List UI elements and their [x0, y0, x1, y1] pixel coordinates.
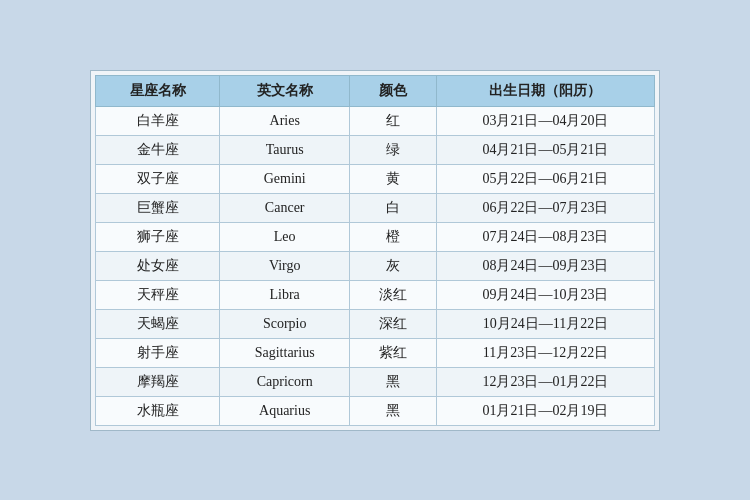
- cell-chinese-name: 摩羯座: [96, 367, 220, 396]
- table-row: 巨蟹座Cancer白06月22日—07月23日: [96, 193, 655, 222]
- cell-date: 08月24日—09月23日: [436, 251, 654, 280]
- zodiac-table: 星座名称 英文名称 颜色 出生日期（阳历） 白羊座Aries红03月21日—04…: [95, 75, 655, 426]
- cell-chinese-name: 水瓶座: [96, 396, 220, 425]
- cell-english-name: Leo: [220, 222, 350, 251]
- cell-english-name: Aquarius: [220, 396, 350, 425]
- cell-english-name: Sagittarius: [220, 338, 350, 367]
- header-color: 颜色: [349, 75, 436, 106]
- cell-chinese-name: 天蝎座: [96, 309, 220, 338]
- cell-color: 红: [349, 106, 436, 135]
- cell-date: 09月24日—10月23日: [436, 280, 654, 309]
- table-body: 白羊座Aries红03月21日—04月20日金牛座Taurus绿04月21日—0…: [96, 106, 655, 425]
- cell-date: 11月23日—12月22日: [436, 338, 654, 367]
- cell-english-name: Cancer: [220, 193, 350, 222]
- table-row: 摩羯座Capricorn黑12月23日—01月22日: [96, 367, 655, 396]
- cell-date: 06月22日—07月23日: [436, 193, 654, 222]
- cell-chinese-name: 双子座: [96, 164, 220, 193]
- cell-english-name: Taurus: [220, 135, 350, 164]
- header-english-name: 英文名称: [220, 75, 350, 106]
- cell-color: 白: [349, 193, 436, 222]
- cell-color: 绿: [349, 135, 436, 164]
- cell-color: 黑: [349, 396, 436, 425]
- cell-color: 黄: [349, 164, 436, 193]
- cell-english-name: Libra: [220, 280, 350, 309]
- cell-chinese-name: 金牛座: [96, 135, 220, 164]
- table-row: 双子座Gemini黄05月22日—06月21日: [96, 164, 655, 193]
- cell-color: 深红: [349, 309, 436, 338]
- cell-english-name: Aries: [220, 106, 350, 135]
- cell-date: 10月24日—11月22日: [436, 309, 654, 338]
- cell-date: 04月21日—05月21日: [436, 135, 654, 164]
- header-chinese-name: 星座名称: [96, 75, 220, 106]
- cell-english-name: Scorpio: [220, 309, 350, 338]
- table-row: 天蝎座Scorpio深红10月24日—11月22日: [96, 309, 655, 338]
- cell-color: 黑: [349, 367, 436, 396]
- cell-english-name: Virgo: [220, 251, 350, 280]
- table-row: 白羊座Aries红03月21日—04月20日: [96, 106, 655, 135]
- table-row: 处女座Virgo灰08月24日—09月23日: [96, 251, 655, 280]
- table-row: 水瓶座Aquarius黑01月21日—02月19日: [96, 396, 655, 425]
- cell-english-name: Gemini: [220, 164, 350, 193]
- cell-color: 紫红: [349, 338, 436, 367]
- cell-date: 05月22日—06月21日: [436, 164, 654, 193]
- table-row: 射手座Sagittarius紫红11月23日—12月22日: [96, 338, 655, 367]
- cell-date: 07月24日—08月23日: [436, 222, 654, 251]
- header-birth-date: 出生日期（阳历）: [436, 75, 654, 106]
- cell-color: 灰: [349, 251, 436, 280]
- cell-chinese-name: 巨蟹座: [96, 193, 220, 222]
- table-row: 金牛座Taurus绿04月21日—05月21日: [96, 135, 655, 164]
- cell-chinese-name: 天秤座: [96, 280, 220, 309]
- table-header-row: 星座名称 英文名称 颜色 出生日期（阳历）: [96, 75, 655, 106]
- cell-color: 橙: [349, 222, 436, 251]
- cell-english-name: Capricorn: [220, 367, 350, 396]
- table-row: 狮子座Leo橙07月24日—08月23日: [96, 222, 655, 251]
- cell-chinese-name: 处女座: [96, 251, 220, 280]
- cell-color: 淡红: [349, 280, 436, 309]
- cell-date: 01月21日—02月19日: [436, 396, 654, 425]
- table-row: 天秤座Libra淡红09月24日—10月23日: [96, 280, 655, 309]
- cell-chinese-name: 射手座: [96, 338, 220, 367]
- cell-chinese-name: 白羊座: [96, 106, 220, 135]
- cell-date: 03月21日—04月20日: [436, 106, 654, 135]
- cell-date: 12月23日—01月22日: [436, 367, 654, 396]
- zodiac-table-container: 星座名称 英文名称 颜色 出生日期（阳历） 白羊座Aries红03月21日—04…: [90, 70, 660, 431]
- cell-chinese-name: 狮子座: [96, 222, 220, 251]
